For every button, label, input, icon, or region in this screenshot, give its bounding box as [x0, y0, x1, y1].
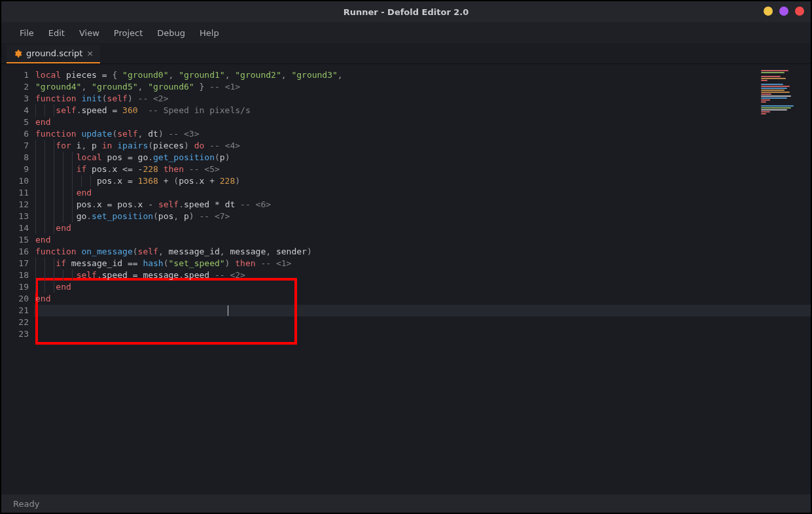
- line-number: 9: [1, 163, 29, 175]
- editor-window: Runner - Defold Editor 2.0 FileEditViewP…: [1, 1, 811, 513]
- line-number: 10: [1, 175, 29, 187]
- status-bar: Ready: [1, 494, 811, 513]
- code-line[interactable]: function on_message(self, message_id, me…: [35, 246, 811, 258]
- code-line[interactable]: end: [35, 187, 811, 199]
- menu-help[interactable]: Help: [200, 28, 219, 38]
- close-icon[interactable]: ×: [86, 48, 94, 58]
- minimize-button[interactable]: [764, 7, 773, 16]
- tab-bar: ground.script ×: [1, 43, 811, 64]
- code-line[interactable]: "ground4", "ground5", "ground6" } -- <1>: [35, 81, 811, 93]
- menu-edit[interactable]: Edit: [48, 28, 65, 38]
- line-number: 7: [1, 140, 29, 152]
- line-number: 2: [1, 81, 29, 93]
- text-cursor: [228, 305, 228, 316]
- code-line[interactable]: if pos.x <= -228 then -- <5>: [35, 163, 811, 175]
- menubar: FileEditViewProjectDebugHelp: [1, 22, 811, 43]
- gear-icon: [13, 49, 22, 58]
- tab-label: ground.script: [26, 48, 82, 58]
- line-number: 22: [1, 317, 29, 328]
- code-line[interactable]: local pieces = { "ground0", "ground1", "…: [35, 69, 811, 81]
- line-number: 23: [1, 328, 29, 340]
- line-number: 8: [1, 152, 29, 163]
- code-line[interactable]: for i, p in ipairs(pieces) do -- <4>: [35, 140, 811, 152]
- code-line[interactable]: go.set_position(pos, p) -- <7>: [35, 211, 811, 222]
- current-line-highlight: [34, 305, 811, 317]
- code-line[interactable]: function update(self, dt) -- <3>: [35, 128, 811, 140]
- line-number: 15: [1, 234, 29, 246]
- line-number: 14: [1, 222, 29, 234]
- code-line[interactable]: end: [35, 222, 811, 234]
- line-number: 20: [1, 293, 29, 305]
- code-line[interactable]: pos.x = 1368 + (pos.x + 228): [35, 175, 811, 187]
- line-number: 21: [1, 305, 29, 317]
- code-line[interactable]: local pos = go.get_position(p): [35, 152, 811, 163]
- line-number: 19: [1, 281, 29, 293]
- line-number: 18: [1, 269, 29, 281]
- maximize-button[interactable]: [779, 7, 788, 16]
- code-line[interactable]: if message_id == hash("set_speed") then …: [35, 258, 811, 269]
- titlebar: Runner - Defold Editor 2.0: [1, 1, 811, 22]
- tab-ground-script[interactable]: ground.script ×: [7, 44, 100, 63]
- line-number: 12: [1, 199, 29, 211]
- window-controls: [764, 7, 804, 16]
- line-gutter: 1234567891011121314151617181920212223: [1, 64, 34, 494]
- line-number: 17: [1, 258, 29, 269]
- code-area[interactable]: local pieces = { "ground0", "ground1", "…: [34, 64, 811, 494]
- code-line[interactable]: end: [35, 116, 811, 128]
- code-editor[interactable]: 1234567891011121314151617181920212223 lo…: [1, 64, 811, 494]
- line-number: 1: [1, 69, 29, 81]
- code-line[interactable]: self.speed = message.speed -- <2>: [35, 269, 811, 281]
- code-line[interactable]: end: [35, 293, 811, 305]
- menu-view[interactable]: View: [79, 28, 99, 38]
- line-number: 6: [1, 128, 29, 140]
- line-number: 4: [1, 105, 29, 116]
- code-line[interactable]: pos.x = pos.x - self.speed * dt -- <6>: [35, 199, 811, 211]
- menu-debug[interactable]: Debug: [157, 28, 185, 38]
- line-number: 13: [1, 211, 29, 222]
- line-number: 11: [1, 187, 29, 199]
- menu-file[interactable]: File: [20, 28, 34, 38]
- code-line[interactable]: self.speed = 360 -- Speed in pixels/s: [35, 105, 811, 116]
- menu-project[interactable]: Project: [114, 28, 143, 38]
- line-number: 16: [1, 246, 29, 258]
- line-number: 5: [1, 116, 29, 128]
- status-text: Ready: [13, 499, 39, 509]
- code-line[interactable]: end: [35, 234, 811, 246]
- line-number: 3: [1, 93, 29, 105]
- code-line[interactable]: function init(self) -- <2>: [35, 93, 811, 105]
- window-title: Runner - Defold Editor 2.0: [344, 7, 469, 17]
- close-button[interactable]: [795, 7, 804, 16]
- code-line[interactable]: end: [35, 281, 811, 293]
